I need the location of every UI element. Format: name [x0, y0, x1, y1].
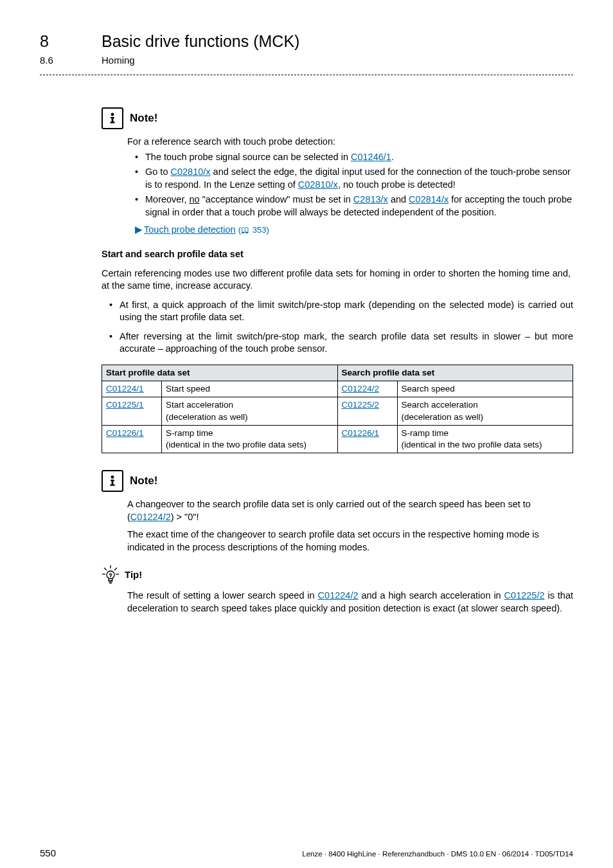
link-c01225-2-b[interactable]: C01225/2 [504, 590, 545, 601]
cell-text: Start acceleration (deceleration as well… [162, 397, 338, 425]
table-row: C01224/1 Start speed C01224/2 Search spe… [102, 381, 573, 397]
svg-point-13 [107, 571, 114, 579]
tip-icon [102, 565, 120, 584]
link-c01224-1[interactable]: C01224/1 [106, 384, 144, 393]
link-c01225-2[interactable]: C01225/2 [342, 400, 380, 410]
table-row: C01225/1 Start acceleration (deceleratio… [102, 397, 573, 425]
link-c01224-2-c[interactable]: C01224/2 [318, 590, 359, 601]
section1-bullet-2: After reversing at the limit switch/pre-… [113, 330, 573, 356]
profile-data-table: Start profile data set Search profile da… [102, 365, 573, 453]
note1-bullet-1: The touch probe signal source can be sel… [138, 151, 573, 164]
separator [40, 75, 573, 75]
cell-text: S-ramp time (identical in the two profil… [162, 425, 338, 453]
footer-text: Lenze · 8400 HighLine · Referenzhandbuch… [302, 849, 573, 860]
note-label: Note! [130, 474, 157, 489]
note2-p2: The exact time of the changeover to sear… [127, 529, 573, 554]
page-ref: (🕮 353) [238, 225, 269, 235]
info-icon [102, 107, 123, 129]
note-box-1: Note! For a reference search with touch … [102, 107, 573, 237]
table-row: C01226/1 S-ramp time (identical in the t… [102, 425, 573, 453]
link-c02814x[interactable]: C02814/x [409, 194, 449, 204]
note2-p1: A changeover to the search profile data … [127, 498, 573, 523]
svg-line-9 [104, 568, 107, 570]
section1-bullet-1: At first, a quick approach of the limit … [113, 299, 573, 324]
link-c2813x[interactable]: C2813/x [353, 194, 388, 204]
arrow-icon: ▶ [135, 224, 143, 235]
section1-para: Certain referencing modes use two differ… [102, 267, 571, 293]
svg-line-10 [114, 568, 117, 570]
note1-bullet-2: Go to C02810/x and select the edge, the … [138, 166, 573, 191]
cell-text: Start speed [162, 381, 338, 397]
link-c01224-2-b[interactable]: C01224/2 [130, 512, 171, 522]
svg-rect-7 [110, 485, 114, 486]
tip-body: The result of setting a lower search spe… [127, 590, 573, 615]
info-icon [102, 470, 123, 492]
note-intro: For a reference search with touch probe … [127, 136, 573, 149]
svg-point-0 [111, 113, 114, 116]
svg-rect-3 [110, 122, 114, 123]
link-c01226-1-a[interactable]: C01226/1 [106, 428, 144, 438]
link-c01226-1-b[interactable]: C01226/1 [342, 428, 380, 438]
th-start-profile: Start profile data set [102, 365, 338, 381]
page-number: 550 [40, 847, 56, 860]
link-c02810x-a[interactable]: C02810/x [171, 167, 211, 177]
link-c01225-1[interactable]: C01225/1 [106, 400, 144, 410]
link-c01224-2[interactable]: C01224/2 [342, 384, 380, 393]
th-search-profile: Search profile data set [337, 365, 573, 381]
link-c02810x-b[interactable]: C02810/x [298, 179, 338, 190]
link-touch-probe-detection[interactable]: Touch probe detection [144, 224, 236, 235]
chapter-number: 8 [40, 31, 102, 53]
cell-text: Search acceleration (deceleration as wel… [397, 397, 573, 425]
svg-point-4 [111, 476, 114, 479]
link-c01246-1[interactable]: C01246/1 [351, 152, 391, 162]
note-label: Note! [130, 111, 157, 126]
chapter-title: Basic drive functions (MCK) [102, 31, 299, 53]
note-box-2: Note! A changeover to the search profile… [102, 470, 573, 554]
section-heading: Start and search profile data set [102, 248, 573, 261]
note1-bullet-3: Moreover, no "acceptance window" must be… [138, 194, 573, 219]
tip-label: Tip! [125, 568, 142, 581]
cell-text: Search speed [397, 381, 573, 397]
touch-probe-link-row: ▶Touch probe detection (🕮 353) [135, 224, 573, 237]
book-icon: 🕮 [241, 225, 249, 235]
section-title: Homing [102, 54, 135, 67]
section-number: 8.6 [40, 54, 102, 67]
cell-text: S-ramp time (identical in the two profil… [397, 425, 573, 453]
